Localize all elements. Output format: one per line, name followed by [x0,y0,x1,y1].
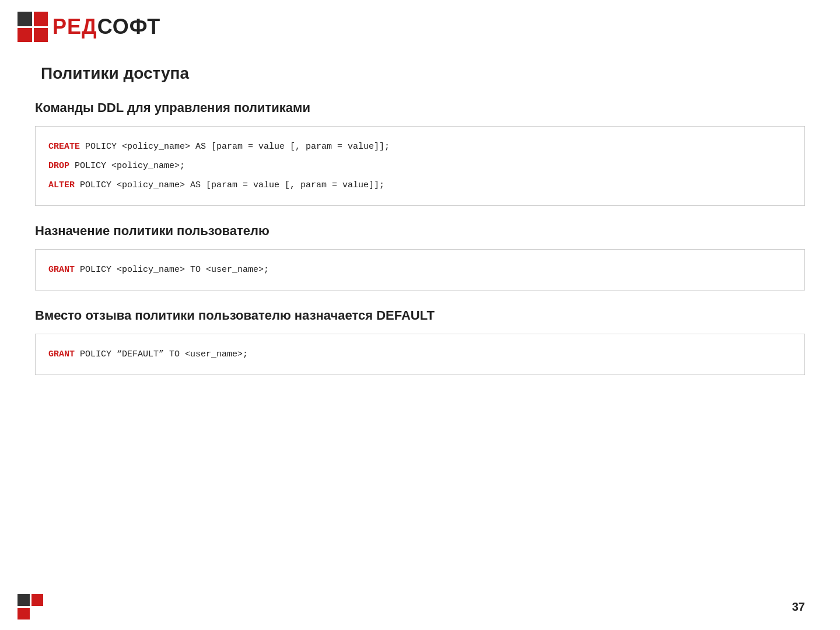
footer-sq-bottom-right [32,608,44,620]
logo-squares [18,12,48,42]
code-create-rest: POLICY <policy_name> AS [param = value [… [80,142,390,152]
footer-sq-top-left [18,594,30,606]
logo-sq-bottom-right [34,28,48,43]
code-drop-rest: POLICY <policy_name>; [69,161,185,171]
section2-code-block: GRANT POLICY <policy_name> TO <user_name… [35,249,805,290]
code-grant-rest: POLICY <policy_name> TO <user_name>; [75,265,269,275]
code-line-grant: GRANT POLICY <policy_name> TO <user_name… [48,260,792,279]
section1-heading: Команды DDL для управления политиками [35,100,805,116]
kw-grant-default: GRANT [48,349,75,359]
kw-drop: DROP [48,161,69,171]
code-line-1: CREATE POLICY <policy_name> AS [param = … [48,137,792,156]
logo-text: РЕДСОФТ [52,15,160,39]
code-line-2: DROP POLICY <policy_name>; [48,156,792,176]
page-number: 37 [792,600,805,614]
section3-code-block: GRANT POLICY “DEFAULT” TO <user_name>; [35,334,805,375]
code-line-grant-default: GRANT POLICY “DEFAULT” TO <user_name>; [48,345,792,364]
logo: РЕДСОФТ [18,12,160,42]
kw-grant: GRANT [48,265,75,275]
kw-alter: ALTER [48,180,75,190]
logo-sq-top-right [34,12,48,26]
code-line-3: ALTER POLICY <policy_name> AS [param = v… [48,176,792,195]
code-alter-rest: POLICY <policy_name> AS [param = value [… [75,180,384,190]
section3-heading: Вместо отзыва политики пользователю назн… [35,308,805,323]
kw-create: CREATE [48,142,80,152]
footer-sq-top-right [32,594,44,606]
footer-sq-bottom-left [18,608,30,620]
logo-sq-bottom-left [18,28,32,43]
logo-black-text: СОФТ [97,15,160,38]
logo-red-text: РЕД [52,15,97,38]
code-grant-default-rest: POLICY “DEFAULT” TO <user_name>; [75,349,248,359]
main-content: Политики доступа Команды DDL для управле… [35,64,805,393]
section2-heading: Назначение политики пользователю [35,223,805,239]
page-title: Политики доступа [35,64,805,83]
section1-code-block: CREATE POLICY <policy_name> AS [param = … [35,126,805,206]
footer-logo [18,594,43,620]
logo-sq-top-left [18,12,32,26]
